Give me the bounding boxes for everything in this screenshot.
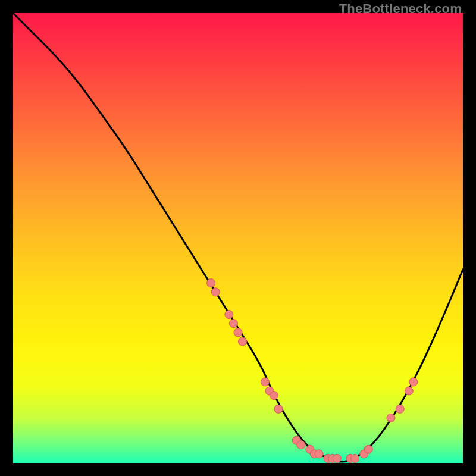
chart-frame [13,13,463,463]
watermark-text: TheBottleneck.com [339,1,462,17]
curve-marker [225,311,233,319]
curve-marker [297,441,305,449]
curve-marker [315,450,323,458]
curve-marker [387,414,395,422]
curve-markers [207,279,418,463]
curve-marker [270,392,278,400]
curve-marker [274,405,283,413]
curve-marker [333,454,341,462]
curve-marker [239,337,247,346]
curve-marker [351,454,359,462]
curve-marker [396,405,404,413]
curve-marker [364,445,372,453]
curve-marker [261,378,269,386]
curve-marker [211,288,220,296]
curve-marker [409,378,418,386]
curve-marker [207,279,215,287]
curve-marker [234,328,242,337]
chart-svg [13,13,463,463]
curve-marker [229,320,237,328]
bottleneck-curve [13,13,463,462]
curve-marker [405,387,413,395]
